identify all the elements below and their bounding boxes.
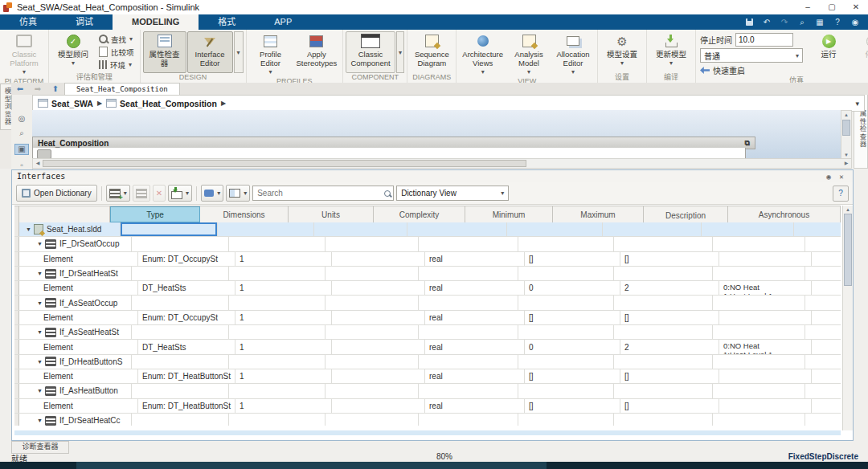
complexity-cell[interactable] (407, 222, 507, 236)
minimum-cell[interactable]: [] (525, 369, 620, 383)
breadcrumb-root[interactable]: Seat_SWA (38, 99, 93, 108)
description-cell[interactable] (713, 237, 805, 251)
asynchronous-cell[interactable] (812, 252, 841, 266)
scroll-right-icon[interactable]: ▶ (841, 159, 851, 168)
type-cell[interactable]: Enum: DT_HeatButtonSt (138, 399, 235, 413)
asynchronous-cell[interactable] (794, 222, 841, 236)
import-button[interactable]: ▾ (168, 185, 192, 202)
clone-interface-button[interactable] (133, 185, 150, 202)
column-header-complexity[interactable]: Complexity (374, 206, 465, 222)
delete-button[interactable]: ✕ (153, 185, 166, 202)
units-cell[interactable] (332, 252, 425, 266)
dimensions-cell[interactable] (229, 296, 326, 309)
minimum-cell[interactable] (518, 296, 614, 309)
minimum-cell[interactable] (518, 267, 614, 280)
save-icon[interactable] (743, 17, 755, 28)
asynchronous-cell[interactable] (812, 369, 841, 383)
description-cell[interactable] (713, 267, 805, 280)
type-cell[interactable] (121, 222, 218, 236)
stop-time-input[interactable] (735, 33, 793, 47)
profile-editor-button[interactable]: Profile Editor▾ (249, 31, 293, 77)
allocation-editor-button[interactable]: Allocation Editor▾ (551, 31, 595, 77)
expand-icon[interactable]: ▼ (37, 241, 43, 247)
maximize-button[interactable]: ▢ (820, 0, 844, 14)
column-header-asynchronous[interactable]: Asynchronous (728, 206, 841, 222)
type-cell[interactable] (132, 237, 229, 251)
table-row[interactable]: ▼ If_AsSeatOccup (14, 296, 841, 310)
type-cell[interactable]: Enum: DT_OccupySt (138, 311, 235, 324)
units-cell[interactable] (326, 296, 419, 309)
maximum-cell[interactable] (614, 384, 713, 398)
maximum-cell[interactable]: [] (620, 252, 719, 266)
close-button[interactable]: ✕ (844, 0, 868, 14)
units-cell[interactable] (326, 325, 419, 339)
dimensions-cell[interactable] (229, 267, 326, 280)
property-inspector-button[interactable]: 属性检查器 (143, 31, 186, 73)
taskbar-active-segment[interactable] (76, 462, 547, 469)
undo-icon[interactable]: ↶ (760, 17, 773, 28)
maximum-cell[interactable] (614, 237, 713, 251)
scroll-thumb[interactable] (43, 160, 526, 167)
hide-panel-icon[interactable]: ◎ (15, 113, 28, 124)
up-icon[interactable]: ⬆ (47, 83, 64, 95)
scroll-left-icon[interactable]: ◀ (33, 159, 43, 168)
description-cell[interactable] (719, 399, 812, 413)
dimensions-cell[interactable] (229, 414, 326, 426)
asynchronous-cell[interactable] (812, 399, 841, 413)
complexity-cell[interactable]: real (425, 340, 525, 353)
maximum-cell[interactable] (614, 414, 713, 426)
table-row[interactable]: ▼ Element Enum: DT_OccupySt 1 real [] [] (14, 311, 841, 325)
minimum-cell[interactable] (518, 325, 614, 339)
description-cell[interactable] (713, 355, 805, 369)
asynchronous-cell[interactable] (812, 340, 841, 353)
description-cell[interactable] (719, 311, 812, 324)
asynchronous-cell[interactable] (805, 325, 841, 339)
apply-stereotypes-button[interactable]: Apply Stereotypes (293, 31, 341, 77)
table-vertical-scrollbar[interactable]: ▲ (842, 206, 853, 430)
minimize-button[interactable]: – (796, 0, 820, 14)
scroll-up-icon[interactable]: ▲ (843, 206, 853, 214)
maximum-cell[interactable]: [] (620, 369, 719, 383)
table-row[interactable]: ▼ If_DrSeatHeatCc (14, 414, 841, 426)
description-cell[interactable]: 0:NO Heat 1:Heat Level 1 (719, 281, 812, 295)
description-cell[interactable] (719, 252, 812, 266)
table-row[interactable]: ▼ IF_DrSeatOccup (14, 237, 841, 251)
description-cell[interactable] (713, 384, 805, 398)
complexity-cell[interactable] (419, 267, 518, 280)
add-interface-button[interactable]: ▾ (106, 185, 130, 202)
tab-debug[interactable]: 调试 (56, 14, 113, 30)
column-header-type[interactable]: Type (110, 206, 200, 222)
type-cell[interactable]: DT_HeatSts (138, 340, 235, 353)
canvas-horizontal-scrollbar[interactable]: ◀ ▶ (32, 158, 852, 169)
tab-simulation[interactable]: 仿真 (0, 14, 56, 30)
expand-icon[interactable]: ▼ (37, 418, 43, 423)
tab-modeling[interactable]: MODELING (113, 14, 199, 30)
view-mode-dropdown[interactable]: Dictionary View ▾ (396, 186, 509, 201)
model-canvas[interactable]: Heat_Composition ⧉ (32, 110, 841, 158)
canvas-vertical-scrollbar[interactable]: ▲ ▼ (841, 110, 852, 160)
redo-icon[interactable]: ↷ (778, 17, 791, 28)
search-input[interactable] (256, 188, 384, 198)
expand-icon[interactable]: ▼ (37, 388, 43, 394)
complexity-cell[interactable]: real (425, 252, 525, 266)
units-cell[interactable] (326, 267, 419, 280)
panel-menu-icon[interactable]: ◉ (822, 173, 835, 181)
dimensions-cell[interactable] (229, 237, 326, 251)
complexity-cell[interactable] (419, 237, 518, 251)
help-icon[interactable]: ? (831, 17, 844, 28)
column-header-tree[interactable] (19, 206, 110, 222)
table-row[interactable]: ▼ Element Enum: DT_HeatButtonSt 1 real [… (14, 399, 841, 414)
type-cell[interactable] (132, 384, 229, 398)
classic-platform-button[interactable]: Classic Platform▾ (2, 31, 46, 77)
compare-button[interactable]: 比较项 (96, 46, 137, 58)
asynchronous-cell[interactable] (805, 414, 841, 426)
asynchronous-cell[interactable] (805, 237, 841, 251)
tab-app[interactable]: APP (255, 14, 311, 30)
columns-button[interactable]: ▾ (226, 185, 250, 202)
maximum-cell[interactable]: [] (620, 311, 719, 324)
table-row[interactable]: ▼ Element Enum: DT_HeatButtonSt 1 real [… (14, 369, 841, 384)
dimensions-cell[interactable]: 1 (235, 399, 332, 413)
fast-restart-button[interactable]: 快速重启 (700, 64, 803, 76)
units-cell[interactable] (332, 340, 425, 353)
component-body[interactable] (32, 148, 746, 158)
